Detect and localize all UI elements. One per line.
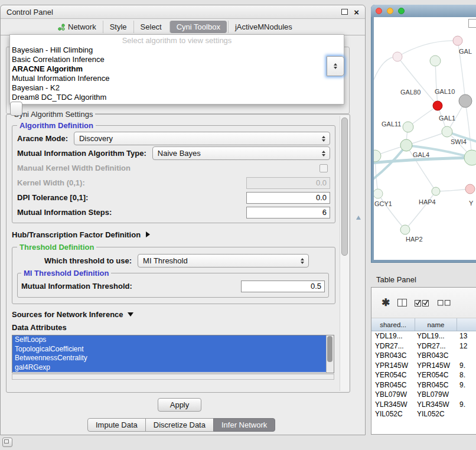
float-window-icon[interactable]	[341, 9, 348, 15]
attribute-item[interactable]: BetweennessCentrality	[12, 354, 327, 363]
algorithm-option[interactable]: Dream8 DC_TDC Algorithm	[10, 93, 344, 102]
network-node[interactable]	[403, 122, 413, 132]
mi-algorithm-type-select[interactable]: Naive Bayes	[152, 146, 330, 160]
data-attributes-label: Data Attributes	[12, 323, 335, 333]
tab-network[interactable]: Network	[51, 21, 103, 33]
tab-select[interactable]: Select	[133, 21, 168, 33]
table-row[interactable]: YBR043CYBR043C	[371, 351, 476, 361]
scrollbar-thumb[interactable]	[341, 118, 348, 256]
algorithm-option[interactable]: Bayesian - K2	[10, 83, 344, 93]
select-all-checkboxes-icon[interactable]	[415, 299, 430, 306]
apply-button[interactable]: Apply	[158, 398, 201, 412]
network-node[interactable]	[430, 56, 441, 66]
tab-infer-network[interactable]: Infer Network	[213, 418, 275, 432]
settings-scrollbar[interactable]	[340, 116, 349, 391]
zoom-traffic-light[interactable]	[398, 8, 405, 14]
table-cell: YLR345W	[371, 400, 415, 410]
algorithm-option-selected[interactable]: ARACNE Algorithm	[10, 64, 344, 74]
algorithm-option[interactable]: Bayesian - Hill Climbing	[10, 45, 344, 55]
dpi-tolerance-input[interactable]	[246, 192, 330, 204]
network-node[interactable]	[393, 52, 402, 61]
network-node[interactable]	[459, 94, 472, 107]
network-canvas[interactable]: GALGAL80GAL10GAL11GAL1SWI4GAL4GCY1HAP4HA…	[374, 17, 476, 260]
columns-icon[interactable]	[397, 299, 407, 306]
mi-threshold-input[interactable]	[241, 281, 325, 292]
table-toolbar: ✱	[371, 288, 476, 318]
table-row[interactable]: YER054CYER054C8.	[371, 370, 476, 380]
hub-section-toggle[interactable]: Hub/Transcription Factor Definition	[12, 228, 335, 241]
table-cell: YBL079W	[415, 390, 456, 400]
attribute-item[interactable]: TopologicalCoefficient	[12, 345, 327, 354]
network-node[interactable]	[400, 225, 410, 234]
threshold-definition-group: Threshold Definition Which threshold to …	[12, 247, 335, 304]
network-edge[interactable]	[397, 41, 458, 57]
sources-section-toggle[interactable]: Sources for Network Inference	[12, 309, 335, 320]
manual-kernel-checkbox[interactable]	[319, 164, 328, 172]
network-node[interactable]	[374, 189, 383, 198]
network-window-titlebar[interactable]	[371, 5, 476, 17]
attribute-item[interactable]: gal4RGexp	[12, 363, 327, 373]
tab-cyni-toolbox[interactable]: Cyni Toolbox	[169, 21, 227, 33]
tab-jactivemodules[interactable]: jActiveMNodules	[228, 21, 299, 33]
table-cell: YBL079W	[371, 390, 415, 400]
column-header-shared[interactable]: shared...	[371, 318, 415, 331]
deselect-all-checkboxes-icon[interactable]	[438, 300, 451, 306]
kernel-width-input[interactable]	[246, 177, 330, 189]
table-row[interactable]: YDL19...YDL19...13	[371, 331, 476, 341]
tab-discretize-data[interactable]: Discretize Data	[145, 418, 214, 432]
attributes-scrollbar[interactable]	[326, 335, 334, 373]
close-traffic-light[interactable]	[376, 8, 382, 14]
network-edge[interactable]	[435, 61, 438, 106]
network-node[interactable]	[400, 139, 412, 151]
which-threshold-label: Which threshold to use:	[44, 256, 132, 265]
tab-impute-data[interactable]: Impute Data	[87, 418, 146, 432]
algorithm-select-fragment[interactable]	[327, 56, 344, 76]
network-node[interactable]	[432, 187, 440, 195]
splitter-arrow-icon[interactable]	[356, 216, 361, 220]
table-row[interactable]: YPR145WYPR145W9.	[371, 361, 476, 371]
dock-panel-icon[interactable]	[2, 438, 12, 447]
mi-steps-input[interactable]	[246, 207, 330, 219]
birdseye-button[interactable]	[468, 19, 476, 28]
table-row[interactable]: YIL052CYIL052C	[371, 409, 476, 419]
scrollbar-thumb[interactable]	[327, 336, 332, 362]
network-edge[interactable]	[378, 194, 405, 230]
network-edge[interactable]	[406, 132, 447, 145]
table-row[interactable]: YDR27...YDR27...12	[371, 341, 476, 351]
network-edge[interactable]	[436, 189, 470, 191]
algorithm-option[interactable]: Basic Correlation Inference	[10, 55, 344, 64]
table-row[interactable]: YBL079WYBL079W	[371, 390, 476, 400]
close-icon[interactable]: ×	[354, 8, 359, 17]
network-edge[interactable]	[374, 158, 472, 163]
combo-value: Discovery	[79, 134, 113, 143]
threshold-type-select[interactable]: MI Threshold	[138, 254, 309, 268]
table-row[interactable]: YLR345WYLR345W9.	[371, 400, 476, 410]
network-edge[interactable]	[465, 101, 472, 158]
cyni-mode-tabs: Impute Data Discretize Data Infer Networ…	[87, 418, 275, 432]
table-body: YDL19...YDL19...13YDR27...YDR27...12YBR0…	[371, 331, 476, 419]
network-node[interactable]	[442, 126, 452, 137]
network-node[interactable]	[465, 184, 475, 194]
network-node[interactable]	[433, 101, 442, 110]
network-edge[interactable]	[374, 57, 397, 89]
kernel-width-label: Kernel Width (0,1):	[17, 178, 85, 187]
network-node[interactable]	[464, 150, 476, 165]
algorithm-option[interactable]: Mutual Information Inference	[10, 74, 344, 83]
table-cell: YBR043C	[371, 351, 415, 361]
node-label: GAL	[459, 48, 472, 55]
attribute-item[interactable]: SelfLoops	[12, 335, 327, 345]
column-header-extra[interactable]	[457, 318, 476, 331]
network-node[interactable]	[453, 36, 462, 45]
network-edge[interactable]	[405, 191, 436, 230]
network-node[interactable]	[374, 150, 381, 162]
node-label: GAL1	[439, 115, 455, 122]
control-panel-titlebar[interactable]: Control Panel ×	[1, 5, 365, 19]
minimize-traffic-light[interactable]	[387, 8, 393, 14]
table-row[interactable]: YBR045CYBR045C9.	[371, 380, 476, 390]
column-header-name[interactable]: name	[415, 318, 457, 331]
tab-style[interactable]: Style	[103, 21, 133, 33]
aracne-mode-select[interactable]: Discovery	[74, 132, 330, 145]
control-panel-tabs: Network Style Select Cyni Toolbox jActiv…	[1, 19, 365, 35]
gear-icon[interactable]: ✱	[382, 298, 390, 308]
attributes-hscrollbar[interactable]	[12, 374, 334, 380]
